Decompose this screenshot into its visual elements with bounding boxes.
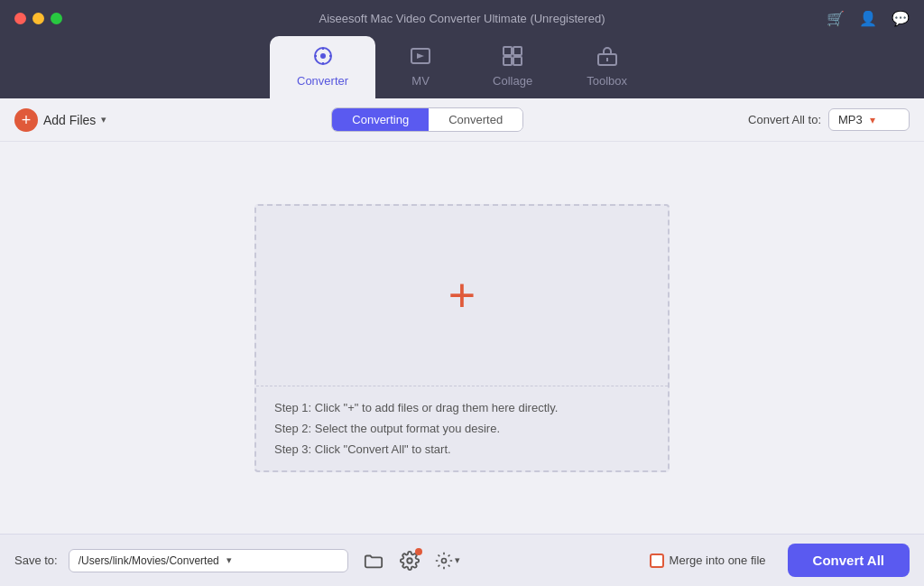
comment-icon[interactable]: 💬 <box>892 10 910 27</box>
instruction-step-2: Step 2: Select the output format you des… <box>274 422 650 435</box>
title-bar: Aiseesoft Mac Video Converter Ultimate (… <box>0 0 924 36</box>
format-chevron-icon: ▾ <box>870 114 875 126</box>
window-title: Aiseesoft Mac Video Converter Ultimate (… <box>319 12 605 25</box>
maximize-button[interactable] <box>51 13 62 24</box>
tab-collage-label: Collage <box>493 74 532 88</box>
tab-mv[interactable]: MV <box>375 36 466 98</box>
format-dropdown[interactable]: MP3 ▾ <box>828 108 910 131</box>
tab-mv-label: MV <box>411 74 430 88</box>
convert-all-button[interactable]: Convert All <box>788 544 910 577</box>
title-icon-group: 🛒 👤 💬 <box>827 10 910 27</box>
merge-checkbox[interactable] <box>650 553 664 568</box>
sub-tab-converting[interactable]: Converting <box>332 108 429 131</box>
tab-toolbox-label: Toolbox <box>587 74 627 88</box>
svg-rect-7 <box>504 47 512 55</box>
tab-converter[interactable]: Converter <box>270 36 375 98</box>
add-files-chevron-icon: ▾ <box>101 114 106 126</box>
cart-icon[interactable]: 🛒 <box>827 10 845 27</box>
svg-point-1 <box>320 53 326 59</box>
converter-icon <box>312 45 334 70</box>
preferences-chevron-icon: ▾ <box>455 554 460 566</box>
main-area: + Add Files ▾ Converting Converted Conve… <box>0 98 924 586</box>
mv-icon <box>410 45 431 70</box>
content-area: + Step 1: Click "+" to add files or drag… <box>0 142 924 534</box>
bottom-bar: Save to: /Users/link/Movies/Converted ▾ <box>0 534 924 586</box>
instruction-step-1: Step 1: Click "+" to add files or drag t… <box>274 401 650 414</box>
save-path-dropdown[interactable]: /Users/link/Movies/Converted ▾ <box>69 549 348 572</box>
save-to-label: Save to: <box>14 553 58 567</box>
minimize-button[interactable] <box>32 13 44 24</box>
bottom-icons: ▾ <box>359 546 464 575</box>
open-folder-button[interactable] <box>359 546 388 575</box>
settings-button[interactable] <box>395 546 424 575</box>
preferences-button[interactable]: ▾ <box>431 546 464 575</box>
sub-tab-converted[interactable]: Converted <box>429 108 522 131</box>
svg-rect-9 <box>504 57 512 65</box>
merge-label: Merge into one file <box>670 553 766 567</box>
save-path-chevron-icon: ▾ <box>226 554 232 566</box>
drop-plus-icon: + <box>448 272 476 319</box>
drop-zone[interactable]: + <box>256 206 668 386</box>
instruction-step-3: Step 3: Click "Convert All" to start. <box>274 442 650 456</box>
format-value: MP3 <box>838 113 863 126</box>
nav-tabs: Converter MV Collage <box>0 36 924 98</box>
close-button[interactable] <box>14 13 26 24</box>
tab-converter-label: Converter <box>297 74 348 88</box>
traffic-lights <box>14 13 62 24</box>
toolbox-icon <box>596 45 618 70</box>
add-files-button[interactable]: + Add Files ▾ <box>14 108 106 132</box>
sub-tabs: Converting Converted <box>331 107 523 132</box>
tab-toolbox[interactable]: Toolbox <box>559 36 654 98</box>
instructions: Step 1: Click "+" to add files or drag t… <box>256 386 668 470</box>
convert-all-to-label: Convert All to: <box>748 113 821 126</box>
svg-point-14 <box>441 558 446 563</box>
merge-checkbox-area: Merge into one file <box>650 553 766 568</box>
add-files-label: Add Files <box>43 113 96 127</box>
svg-rect-8 <box>513 47 522 55</box>
toolbar: + Add Files ▾ Converting Converted Conve… <box>0 98 924 142</box>
sub-tabs-container: Converting Converted <box>117 107 737 132</box>
user-icon[interactable]: 👤 <box>859 10 877 27</box>
svg-rect-10 <box>513 57 522 65</box>
drop-container[interactable]: + Step 1: Click "+" to add files or drag… <box>254 204 670 472</box>
save-path-value: /Users/link/Movies/Converted <box>79 554 219 567</box>
collage-icon <box>502 45 523 70</box>
convert-all-to-area: Convert All to: MP3 ▾ <box>748 108 910 131</box>
tab-collage[interactable]: Collage <box>466 36 559 98</box>
settings-badge <box>415 548 422 555</box>
svg-point-13 <box>407 558 412 563</box>
add-files-plus-icon: + <box>14 108 38 132</box>
